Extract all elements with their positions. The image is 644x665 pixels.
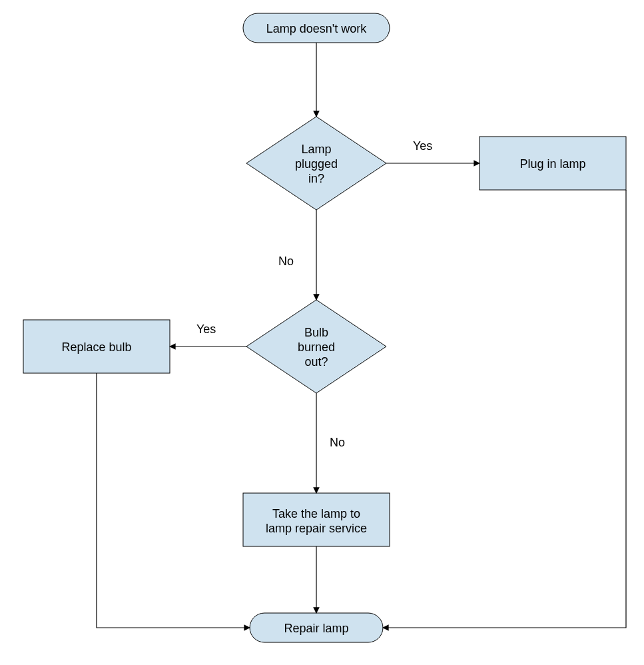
node-bulb-label-2: burned — [298, 340, 335, 354]
node-plugin-label: Plug in lamp — [519, 157, 585, 171]
edge-replace-end — [97, 373, 250, 628]
flowchart: Lamp doesn't work Lamp plugged in? Plug … — [0, 0, 644, 665]
node-end-label: Repair lamp — [284, 622, 348, 635]
edge-plugged-bulb-label: No — [278, 255, 294, 268]
node-bulb: Bulb burned out? — [246, 300, 386, 393]
node-start: Lamp doesn't work — [243, 13, 390, 43]
node-end: Repair lamp — [250, 613, 383, 642]
node-bulb-label-1: Bulb — [304, 326, 328, 339]
node-service: Take the lamp to lamp repair service — [243, 493, 390, 546]
node-replace: Replace bulb — [23, 320, 170, 373]
node-bulb-label-3: out? — [304, 355, 328, 368]
node-plugged: Lamp plugged in? — [246, 117, 386, 210]
node-plugged-label-1: Lamp — [301, 143, 331, 156]
node-plugged-label-3: in? — [308, 172, 324, 185]
node-start-label: Lamp doesn't work — [266, 22, 368, 35]
node-plugin: Plug in lamp — [480, 137, 626, 190]
node-plugged-label-2: plugged — [295, 157, 338, 171]
edge-bulb-service-label: No — [330, 436, 345, 449]
node-service-label-2: lamp repair service — [266, 522, 367, 535]
node-service-label-1: Take the lamp to — [272, 507, 360, 520]
edge-plugin-end — [383, 190, 626, 628]
node-replace-label: Replace bulb — [61, 340, 131, 354]
edge-plugged-plugin-label: Yes — [413, 139, 432, 153]
edge-bulb-replace-label: Yes — [196, 323, 216, 336]
